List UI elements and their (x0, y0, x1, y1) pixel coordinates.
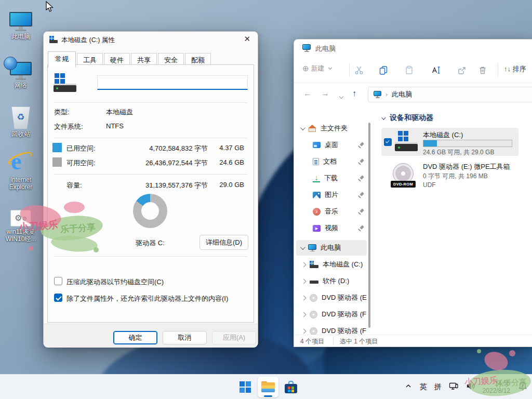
volume-name-input[interactable] (97, 75, 248, 90)
drive-caption: 驱动器 C: (116, 238, 184, 248)
clock[interactable]: 14:55 2022/8/12 (483, 380, 510, 394)
new-button-label: 新建 (311, 64, 324, 72)
free-space-size: 24.6 GB (213, 158, 244, 166)
drive-icon (310, 281, 318, 284)
network-icon[interactable] (449, 381, 459, 393)
explorer-toolbar: ⊕ 新建 ↑↓ 排序 (294, 57, 532, 83)
pin-icon (358, 209, 364, 215)
pin-icon (358, 142, 364, 148)
desktop-icon-network[interactable]: 网络 (1, 55, 41, 89)
chevron-down-icon (300, 245, 305, 250)
explorer-sidebar: 主文件夹 桌面 文档 ↓ 下载 图片 (294, 106, 371, 335)
desktop-icon-this-pc[interactable]: 此电脑 (1, 6, 41, 40)
pin-icon (358, 176, 364, 181)
history-chevron-icon[interactable] (340, 91, 343, 100)
tray-chevron-up-icon[interactable] (404, 382, 413, 392)
gears-icon: ⚙⚙ (10, 210, 31, 227)
disc-icon (310, 327, 317, 335)
drive-icon-large (395, 131, 418, 153)
used-space-size: 4.37 GB (213, 144, 244, 152)
status-selected-count: 选中 1 个项目 (340, 337, 378, 346)
delete-icon[interactable] (477, 64, 488, 76)
dialog-titlebar[interactable]: 本地磁盘 (C:) 属性 ✕ (44, 32, 258, 48)
filesystem-value: NTFS (106, 122, 124, 130)
sidebar-scrollbar[interactable] (368, 123, 370, 328)
drive-c-info: 24.6 GB 可用, 共 29.0 GB (423, 148, 494, 157)
section-label: 设备和驱动器 (390, 113, 433, 122)
chevron-down-icon (381, 115, 385, 119)
microsoft-store-button[interactable] (281, 377, 301, 397)
type-value: 本地磁盘 (106, 108, 133, 117)
copy-icon[interactable] (378, 64, 389, 76)
explorer-navbar: ← → ↑ › 此电脑 (294, 83, 532, 106)
sidebar-item-downloads[interactable]: ↓ 下载 (296, 170, 367, 186)
sidebar-item-home[interactable]: 主文件夹 (296, 121, 367, 136)
sidebar-item-label: DVD 驱动器 (F (322, 310, 366, 319)
address-bar[interactable]: › 此电脑 (368, 87, 532, 102)
start-button[interactable] (235, 377, 256, 397)
ime-mode-indicator[interactable]: 拼 (434, 382, 442, 392)
sidebar-item-videos[interactable]: ▶ 视频 (296, 220, 367, 236)
drive-icon (49, 36, 58, 43)
sort-button-label: 排序 (513, 65, 526, 73)
used-space-label: 已用空间: (66, 144, 96, 153)
desktop-icon-internet-explorer[interactable]: e Internet Explorer (1, 150, 41, 191)
capacity-size: 29.0 GB (213, 181, 244, 189)
sidebar-item-music[interactable]: ♪ 音乐 (296, 204, 367, 219)
desktop-icon-recycle-bin[interactable]: ♻ 回收站 (1, 104, 41, 138)
sort-button[interactable]: ↑↓ 排序 (504, 64, 526, 74)
drive-c-capacity-bar (423, 140, 512, 147)
sidebar-item-desktop[interactable]: 桌面 (296, 137, 367, 153)
forward-icon[interactable]: → (321, 89, 329, 98)
download-icon: ↓ (313, 175, 320, 182)
cancel-button[interactable]: 取消 (163, 331, 207, 344)
this-pc-icon (308, 244, 316, 252)
sidebar-item-dvd-f2[interactable]: DVD 驱动器 (F:) (296, 323, 367, 335)
sidebar-item-label: 音乐 (325, 207, 338, 216)
up-icon[interactable]: ↑ (352, 89, 356, 98)
dvd-e-item[interactable]: DVD-ROM DVD 驱动器 (E:) 微PE工具箱 0 字节 可用, 共 1… (381, 161, 518, 193)
sidebar-item-dvd-e[interactable]: DVD 驱动器 (E (296, 290, 367, 305)
internet-explorer-icon: e (8, 151, 33, 175)
notification-bell-icon[interactable] (517, 381, 528, 393)
breadcrumb[interactable]: 此电脑 (392, 90, 412, 99)
cut-icon[interactable] (353, 64, 365, 76)
tab-general[interactable]: 常规 (48, 51, 76, 68)
dvd-e-name: DVD 驱动器 (E:) 微PE工具箱 (423, 162, 510, 171)
desktop-icon-label: 网络 (1, 82, 41, 89)
drive-c-item[interactable]: 本地磁盘 (C:) 24.6 GB 可用, 共 29.0 GB (381, 128, 518, 156)
sidebar-item-dvd-f[interactable]: DVD 驱动器 (F (296, 307, 367, 322)
sidebar-item-documents[interactable]: 文档 (296, 154, 367, 169)
desktop-folder-icon (313, 142, 321, 148)
dvd-rom-icon: DVD-ROM (391, 163, 416, 188)
section-devices-drives[interactable]: 设备和驱动器 (381, 113, 433, 123)
share-icon[interactable] (456, 64, 468, 76)
explorer-titlebar[interactable]: 此电脑 (294, 39, 532, 57)
details-button[interactable]: 详细信息(D) (200, 235, 248, 250)
disc-icon (310, 311, 317, 318)
rename-icon[interactable] (430, 64, 442, 76)
picture-icon (313, 192, 321, 198)
item-checkbox[interactable] (384, 138, 392, 146)
sidebar-item-this-pc[interactable]: 此电脑 (296, 240, 367, 256)
properties-dialog: 本地磁盘 (C:) 属性 ✕ 常规工具硬件共享安全配额 类型: 本地磁盘 文件系… (43, 31, 258, 347)
desktop-icon-win11-restore[interactable]: ⚙⚙ win11恢复WIN10经... (1, 202, 41, 243)
new-button[interactable]: ⊕ 新建 (302, 64, 331, 73)
document-icon (313, 158, 319, 165)
ok-button[interactable]: 确定 (113, 331, 157, 344)
close-icon[interactable]: ✕ (244, 34, 250, 44)
sidebar-item-drive-c[interactable]: 本地磁盘 (C:) (296, 257, 367, 272)
paste-icon[interactable] (403, 64, 415, 76)
explorer-main: 设备和驱动器 本地磁盘 (C:) 24.6 GB 可用, 共 29.0 GB (376, 106, 532, 335)
index-checkbox[interactable] (54, 294, 62, 302)
ime-language-indicator[interactable]: 英 (420, 382, 427, 392)
volume-icon[interactable] (466, 381, 475, 393)
sidebar-item-pictures[interactable]: 图片 (296, 187, 367, 203)
back-icon[interactable]: ← (303, 89, 312, 98)
sidebar-item-label: 此电脑 (321, 243, 341, 252)
compress-checkbox[interactable] (54, 277, 62, 285)
sidebar-item-drive-d[interactable]: 软件 (D:) (296, 273, 367, 289)
file-explorer-taskbar-button[interactable] (258, 377, 278, 397)
home-icon (308, 125, 316, 132)
chevron-right-icon (301, 312, 307, 317)
